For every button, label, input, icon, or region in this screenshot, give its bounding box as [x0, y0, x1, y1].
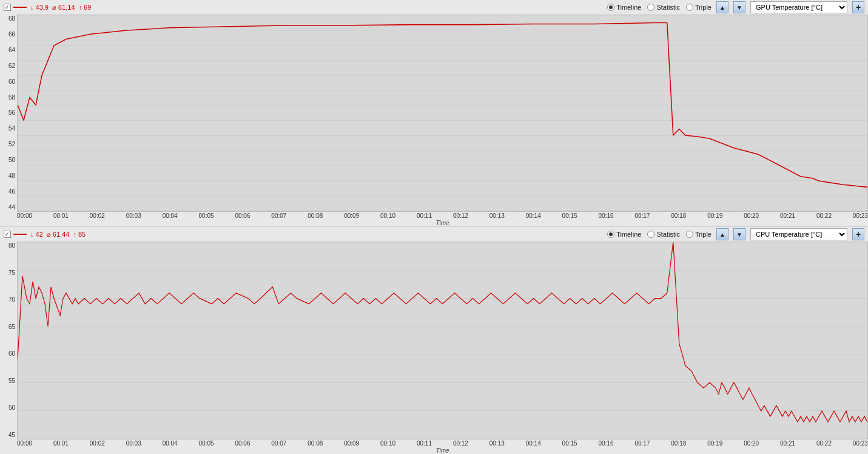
cpu-x-0006: 00:06	[235, 440, 250, 447]
gpu-y-52: 52	[0, 141, 17, 147]
cpu-triple-label: Triple	[695, 231, 712, 238]
cpu-x-0021: 00:21	[780, 440, 795, 447]
cpu-statistic-label: Statistic	[656, 231, 680, 238]
cpu-y-70: 70	[0, 297, 17, 303]
gpu-timeline-dot	[607, 4, 614, 11]
gpu-line-color	[13, 7, 27, 8]
gpu-y-46: 46	[0, 189, 17, 195]
gpu-x-0008: 00:08	[308, 212, 323, 219]
cpu-chart-toolbar: ✓ ↓ 42 ⌀ 61,44 ↑ 85 Timeline Statistic T…	[0, 227, 868, 242]
cpu-x-0022: 00:22	[816, 440, 832, 447]
cpu-y-80: 80	[0, 243, 17, 249]
gpu-x-axis: 00:00 00:01 00:02 00:03 00:04 00:05 00:0…	[17, 212, 868, 220]
cpu-x-0011: 00:11	[417, 440, 432, 447]
cpu-x-0001: 00:01	[53, 440, 69, 447]
gpu-chart-toolbar: ✓ ↓ 43,9 ⌀ 61,14 ↑ 69 Timeline Statistic…	[0, 0, 868, 15]
cpu-x-0012: 00:12	[453, 440, 468, 447]
gpu-x-0015: 00:15	[562, 212, 577, 219]
cpu-y-60: 60	[0, 351, 17, 357]
cpu-y-55: 55	[0, 378, 17, 384]
cpu-nav-up-btn[interactable]: ▲	[716, 228, 728, 240]
cpu-y-axis: 80 75 70 65 60 55 50 45	[0, 242, 17, 439]
gpu-max-stat: ↑ 69	[79, 4, 92, 11]
gpu-checkbox[interactable]: ✓	[4, 4, 11, 11]
gpu-chart-svg	[18, 15, 867, 211]
gpu-x-0005: 00:05	[199, 212, 214, 219]
gpu-y-44: 44	[0, 205, 17, 211]
cpu-x-0005: 00:05	[199, 440, 214, 447]
cpu-x-0002: 00:02	[90, 440, 105, 447]
gpu-y-66: 66	[0, 32, 17, 38]
gpu-triple-dot	[686, 4, 693, 11]
cpu-add-btn[interactable]: +	[852, 228, 864, 240]
gpu-chart-plot[interactable]	[17, 15, 868, 212]
cpu-x-0003: 00:03	[126, 440, 141, 447]
gpu-triple-label: Triple	[695, 4, 712, 11]
cpu-chart-svg	[18, 242, 867, 439]
cpu-triple-radio[interactable]: Triple	[686, 231, 712, 238]
cpu-x-0007: 00:07	[271, 440, 286, 447]
cpu-mode-group: Timeline Statistic Triple	[607, 231, 712, 238]
cpu-chart-plot[interactable]	[17, 242, 868, 439]
gpu-y-58: 58	[0, 95, 17, 101]
gpu-timeline-label: Timeline	[616, 4, 641, 11]
cpu-checkbox[interactable]: ✓	[4, 231, 11, 238]
gpu-x-0007: 00:07	[271, 212, 286, 219]
gpu-y-64: 64	[0, 47, 17, 53]
gpu-nav-up-btn[interactable]: ▲	[716, 1, 728, 13]
cpu-y-50: 50	[0, 405, 17, 411]
gpu-x-0003: 00:03	[126, 212, 141, 219]
cpu-x-0016: 00:16	[599, 440, 614, 447]
gpu-x-title: Time	[17, 220, 868, 226]
cpu-x-0023: 00:23	[853, 440, 868, 447]
cpu-triple-dot	[686, 231, 693, 238]
cpu-x-0020: 00:20	[744, 440, 759, 447]
cpu-timeline-radio[interactable]: Timeline	[607, 231, 641, 238]
gpu-x-0002: 00:02	[90, 212, 105, 219]
gpu-toolbar-right: Timeline Statistic Triple ▲ ▼ GPU Temper…	[607, 1, 864, 13]
cpu-series-toggle[interactable]: ✓	[4, 231, 27, 238]
cpu-metric-select[interactable]: CPU Temperature [°C]	[750, 228, 847, 240]
cpu-x-0000: 00:00	[17, 440, 32, 447]
cpu-x-0010: 00:10	[380, 440, 395, 447]
cpu-x-0019: 00:19	[707, 440, 722, 447]
cpu-min-stat: ↓ 42	[30, 231, 43, 238]
cpu-timeline-label: Timeline	[616, 231, 641, 238]
gpu-timeline-radio[interactable]: Timeline	[607, 4, 641, 11]
gpu-x-0006: 00:06	[235, 212, 250, 219]
gpu-x-0013: 00:13	[490, 212, 505, 219]
gpu-avg-stat: ⌀ 61,14	[52, 4, 75, 12]
gpu-x-0018: 00:18	[671, 212, 686, 219]
gpu-y-62: 62	[0, 63, 17, 69]
gpu-x-0023: 00:23	[853, 212, 868, 219]
cpu-line-color	[13, 234, 27, 235]
cpu-y-65: 65	[0, 324, 17, 330]
gpu-x-0000: 00:00	[17, 212, 32, 219]
gpu-x-0012: 00:12	[453, 212, 468, 219]
gpu-metric-select[interactable]: GPU Temperature [°C]	[750, 1, 847, 13]
gpu-chart-panel: ✓ ↓ 43,9 ⌀ 61,14 ↑ 69 Timeline Statistic…	[0, 0, 868, 227]
gpu-x-0009: 00:09	[344, 212, 359, 219]
gpu-y-60: 60	[0, 79, 17, 85]
gpu-nav-down-btn[interactable]: ▼	[733, 1, 745, 13]
cpu-avg-stat: ⌀ 61,44	[47, 231, 70, 239]
cpu-toolbar-right: Timeline Statistic Triple ▲ ▼ CPU Temper…	[607, 228, 864, 240]
cpu-x-0013: 00:13	[490, 440, 505, 447]
gpu-x-0022: 00:22	[816, 212, 832, 219]
cpu-statistic-dot	[647, 231, 654, 238]
cpu-x-0014: 00:14	[526, 440, 541, 447]
gpu-triple-radio[interactable]: Triple	[686, 4, 712, 11]
cpu-timeline-dot	[607, 231, 614, 238]
cpu-nav-down-btn[interactable]: ▼	[733, 228, 745, 240]
gpu-statistic-radio[interactable]: Statistic	[647, 4, 680, 11]
cpu-x-title: Time	[17, 447, 868, 454]
gpu-add-btn[interactable]: +	[852, 1, 864, 13]
gpu-y-54: 54	[0, 126, 17, 132]
cpu-x-0017: 00:17	[634, 440, 650, 447]
gpu-x-0017: 00:17	[634, 212, 650, 219]
gpu-series-toggle[interactable]: ✓	[4, 4, 27, 11]
cpu-statistic-radio[interactable]: Statistic	[647, 231, 680, 238]
gpu-statistic-label: Statistic	[656, 4, 680, 11]
cpu-x-axis: 00:00 00:01 00:02 00:03 00:04 00:05 00:0…	[17, 439, 868, 447]
gpu-x-0016: 00:16	[599, 212, 614, 219]
